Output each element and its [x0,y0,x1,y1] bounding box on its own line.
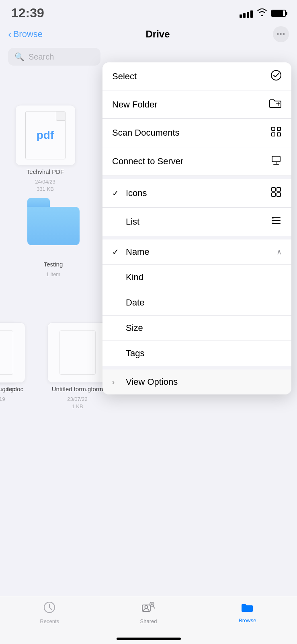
svg-point-18 [272,220,274,221]
icons-label: Icons [126,188,147,198]
new-folder-icon [269,98,282,111]
name-checkmark: ✓ [112,247,122,257]
size-label: Size [126,323,143,333]
svg-rect-6 [277,133,281,136]
select-menu-item[interactable]: Select [102,62,291,91]
name-label: Name [126,247,150,257]
sort-size-menu-item[interactable]: ✓ Size [102,316,291,341]
tags-label: Tags [126,348,144,359]
connect-to-server-menu-item[interactable]: Connect to Server [102,147,291,176]
scan-icon [270,126,282,140]
svg-rect-5 [272,133,275,136]
page-title: Drive [145,29,170,40]
home-indicator [117,638,181,640]
svg-rect-4 [277,127,281,130]
sort-kind-menu-item[interactable]: ✓ Kind [102,265,291,290]
svg-point-23 [151,603,153,605]
wifi-icon [257,8,267,19]
section-divider-3 [102,366,291,369]
svg-rect-13 [277,193,281,196]
server-icon [270,155,282,168]
svg-point-19 [272,223,274,224]
view-options-menu-item[interactable]: › View Options [102,369,291,394]
select-label: Select [112,71,137,82]
new-folder-label: New Folder [112,99,157,110]
section-divider [102,176,291,179]
svg-rect-7 [272,156,280,162]
date-label: Date [126,297,144,308]
svg-point-0 [271,70,281,80]
dropdown-menu: Select New Folder Scan Documents [102,62,291,394]
kind-label: Kind [126,272,143,283]
list-view-icon [270,215,282,229]
shared-tab-label: Shared [140,618,157,624]
more-button[interactable]: ••• [273,26,289,42]
select-icon [270,70,282,83]
overlay-backdrop [0,0,100,644]
battery-icon [271,10,286,17]
sort-name-menu-item[interactable]: ✓ Name ∧ [102,239,291,265]
tab-browse[interactable]: Browse [198,601,297,623]
shared-icon [141,601,156,617]
icons-checkmark: ✓ [112,188,122,198]
svg-rect-10 [272,188,275,191]
browse-icon [241,601,254,616]
status-icons [240,8,286,19]
tab-shared[interactable]: Shared [99,601,198,624]
icons-view-menu-item[interactable]: ✓ Icons [102,179,291,208]
svg-point-17 [272,217,274,219]
list-label: List [126,217,139,227]
more-icon: ••• [277,30,285,39]
scan-documents-menu-item[interactable]: Scan Documents [102,119,291,147]
icons-view-icon [270,186,282,200]
svg-point-24 [145,606,148,609]
sort-tags-menu-item[interactable]: ✓ Tags [102,341,291,366]
signal-icon [240,9,253,18]
list-view-menu-item[interactable]: ✓ List [102,208,291,236]
view-options-label: View Options [126,377,178,387]
svg-rect-12 [272,193,275,196]
name-chevron-icon: ∧ [277,248,282,256]
svg-rect-11 [277,188,281,191]
scan-documents-label: Scan Documents [112,128,180,138]
connect-to-server-label: Connect to Server [112,156,183,167]
browse-tab-label: Browse [239,617,256,623]
section-divider-2 [102,236,291,239]
new-folder-menu-item[interactable]: New Folder [102,91,291,119]
svg-rect-3 [272,127,275,130]
sort-date-menu-item[interactable]: ✓ Date [102,290,291,316]
